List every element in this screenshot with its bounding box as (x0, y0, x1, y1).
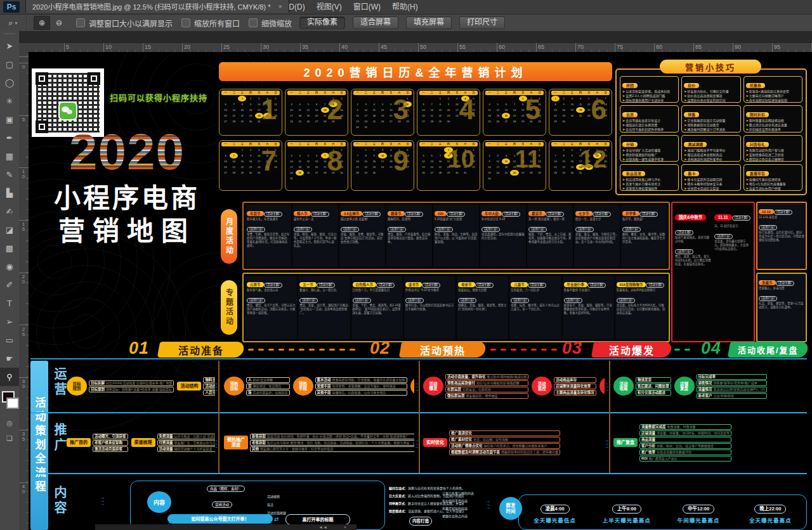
history-brush-tool[interactable]: ✍ (0, 202, 19, 221)
ruler-label: 55 (459, 44, 466, 50)
tip-card: 限时折扣➤限时限量营造稀缺紧迫感➤整点场次拉动全天进店流量➤折扣梯度设置刺激凑单 (743, 105, 802, 132)
gradient-tool[interactable]: ▩ (0, 239, 19, 257)
rewind-icon[interactable]: ◄◄ (318, 524, 327, 530)
type-tool[interactable]: T (0, 294, 19, 313)
path-select-tool[interactable]: ➢ (0, 313, 19, 331)
document-tab[interactable]: 2020小程序电商营销地图.jpg @ 12.5% (扫码可以获得小程序扶持, … (25, 0, 289, 13)
theme-text: 11、11 剁手狂欢节 (714, 224, 751, 228)
ruler-label: 85 (695, 44, 702, 50)
move-tool[interactable]: ➤ (0, 37, 19, 55)
dash-decoration (541, 349, 547, 351)
clone-stamp-tool[interactable]: ▙ (0, 184, 19, 202)
bottom-mini-bar[interactable]: ◄◄ × (95, 524, 357, 530)
mindmap-item: 老客户维系促复购 (93, 440, 128, 446)
mindmap-items: 活动商品库存店铺整体流量转化效果主题商品流量及转化情况 (554, 377, 596, 396)
mindmap-cluster: 活动 监控活动商品库存店铺整体流量转化效果主题商品流量及转化情况 (532, 377, 596, 396)
panel-grip[interactable]: ▪▪▪▪▪▪ (0, 30, 19, 37)
activity-title: 儿童节 (511, 282, 528, 287)
ruler-label: 25 (223, 44, 230, 50)
menu-item[interactable]: 视图(V) (311, 0, 348, 14)
phase-number: 04 (701, 339, 721, 358)
mindmap-item: 店铺整体流量转化效果 (554, 384, 596, 389)
horizontal-ruler[interactable]: 5101520253035404550556065707580859095 (29, 43, 812, 53)
mindmap-root: 预热 目标 (224, 377, 244, 396)
options-button[interactable]: 实际像素 (299, 16, 345, 29)
vertical-ruler[interactable]: 051 01 52 02 53 03 54 0 (19, 52, 29, 530)
tip-line: ➤奖励优惠券促进二次转化 (746, 153, 800, 157)
eraser-tool[interactable]: ◪ (0, 221, 19, 239)
brush-tool[interactable]: ✎ (0, 165, 19, 184)
lasso-tool[interactable]: ◯ (0, 74, 19, 92)
shape-tool[interactable]: ▭ (0, 331, 19, 349)
industry-text: 零食、生鲜、家居百货等，结合年终用户消费意愿，推出年货爆款：坚果礼盒/囤年货，打… (247, 233, 290, 248)
mindmap-item: 物料支持预热期/爆发期物料设计 (203, 377, 215, 383)
industry-tag: (适用行业) (247, 298, 265, 303)
marquee-tool[interactable]: ▢ (0, 55, 19, 74)
industry-tag: (适用行业) (481, 227, 500, 232)
theme-tag: (活动主题) (311, 212, 329, 217)
content-subnode: 活动规划 (267, 494, 280, 499)
screen-mode-button[interactable]: ❏ (0, 430, 19, 446)
close-icon[interactable]: × (344, 524, 346, 530)
pen-tool[interactable]: ✐ (0, 276, 19, 294)
activity-column: 520(活动主题)5.20因爱放“价”大促销(适用行业)鲜花、美妆、饰品、生鲜等… (433, 205, 479, 267)
magic-wand-tool[interactable]: ✳ (0, 92, 19, 110)
zoom-in-button[interactable]: ⊕ (34, 16, 50, 30)
poster-title-line2: 营销地图 (32, 218, 222, 245)
theme-tag: (活动主题) (774, 210, 792, 215)
operations-mindmap: 活动 收尾物流发货售后跟进、问题处理积分兑现活动跟进店铺 复盘目标完成率销售情况… (613, 363, 806, 410)
phase-banner: 活动收尾/复盘 (728, 342, 809, 358)
zoom-out-button[interactable]: ⊖ (51, 16, 67, 29)
calendar-dates: 1234567891011121314151617181920212223242… (287, 147, 346, 181)
industry-tag: (适用行业) (675, 249, 693, 254)
crop-tool[interactable]: ▣ (0, 110, 19, 129)
dash-decoration (674, 349, 680, 351)
eyedropper-tool[interactable]: ✒ (0, 129, 19, 147)
dash-decoration (521, 349, 527, 351)
theme-text: 告别童真，六一回忆杀 (511, 288, 560, 292)
checkbox[interactable] (249, 18, 258, 27)
calendar-month: 一二三四五六日123456789101112131415161718192021… (483, 89, 546, 136)
zoom-tool-preset[interactable]: ⌕▼ (5, 16, 22, 29)
quick-mask-button[interactable]: ◎ (0, 415, 19, 430)
activity-title: 夏凉节 (528, 211, 546, 216)
mindmap-item: 付费流量朋友圈广告｜互推类公众号合作｜网红达人 (157, 440, 215, 446)
tip-card: 拼团➤以老带新裂变获客，低成本拉新➤设置2-3人小团降低成团门槛➤团长优惠刺激用… (620, 76, 679, 103)
mindmap-item: 其他朋友圈心愿百万大号｜视频号推荐｜抖音等站外渠道 (250, 446, 414, 452)
tip-line: ➤团长优惠刺激用户主动分享 (622, 98, 676, 103)
industry-text: 食品、服饰、户外装备等，结合春游场景推出出行套装，踏青赏花季。 (388, 233, 431, 244)
options-button[interactable]: 打印尺寸 (459, 16, 505, 29)
close-tab-icon[interactable]: × (278, 3, 282, 10)
mindmap-items: 目标完成率销售情况销售额/客单价/毛利率/推广成本流量情况渠道进店比例/营销活动… (697, 374, 767, 399)
mindmap-items: 推广渠道优化推广素材优化文案、商品图、宣传海报活动推广侧重点优化围绕客户的需求点… (449, 430, 560, 455)
checkbox[interactable] (76, 18, 85, 27)
dash-decoration (551, 349, 557, 351)
hand-tool[interactable]: ☛ (0, 349, 19, 368)
ruler-label: 1 5 (20, 222, 27, 232)
big-promo-title: 国庆&中秋节 (675, 214, 706, 221)
send-time-slot: 晚上22:00全天曝光最高点 (735, 501, 806, 524)
document-canvas[interactable]: 扫码可以获得小程序扶持 2020 小程序电商 营销地图 2020营销日历&全年营… (29, 52, 812, 530)
patch-tool[interactable]: ▦ (0, 147, 19, 165)
tip-line: ➤首发专属价引爆市场关注 (622, 182, 676, 186)
mindmap-item: 推广素材优化文案、商品图、宣传海报 (449, 437, 560, 443)
mindmap-item: 其他手段直播预告、社群剧透、公众号推文预告 (315, 390, 407, 396)
mindmap-cluster: 实时优化推广渠道优化推广素材优化文案、商品图、宣传海报活动推广侧重点优化围绕客户… (423, 430, 560, 455)
options-button[interactable]: 填充屏幕 (406, 16, 452, 29)
tip-line: ➤大额券定向唤醒沉睡用户 (746, 94, 800, 98)
menu-item[interactable]: 窗口(W) (348, 0, 386, 14)
options-button[interactable]: 适合屏幕 (353, 16, 398, 29)
menu-item[interactable]: 帮助(H) (386, 0, 424, 14)
checkbox[interactable] (181, 18, 190, 27)
background-color-swatch[interactable] (6, 398, 19, 409)
blur-tool[interactable]: ◉ (0, 257, 19, 276)
color-swatches[interactable] (0, 390, 19, 415)
mindmap-items: 新客获取裂变活动 砍价拼团、免邮传播｜砍价 价格话题｜拼团 新品+品类，不贵重好… (250, 434, 414, 452)
industry-text: 各行业通用，自历史双11后，双12也成为年度一场大促活动，可借此清理库存回馈钜惠… (759, 231, 804, 242)
zoom-tool[interactable]: ⚲ (0, 368, 19, 386)
tip-line: ➤多档满减有效提升客单价 (684, 157, 738, 162)
tip-title: 砍价 (684, 83, 699, 88)
calendar-weekday-header: 一二三四五六日 (287, 142, 346, 146)
send-time-pill: 中午12:00 (683, 505, 714, 514)
industry-tag: (适用行业) (353, 298, 371, 303)
